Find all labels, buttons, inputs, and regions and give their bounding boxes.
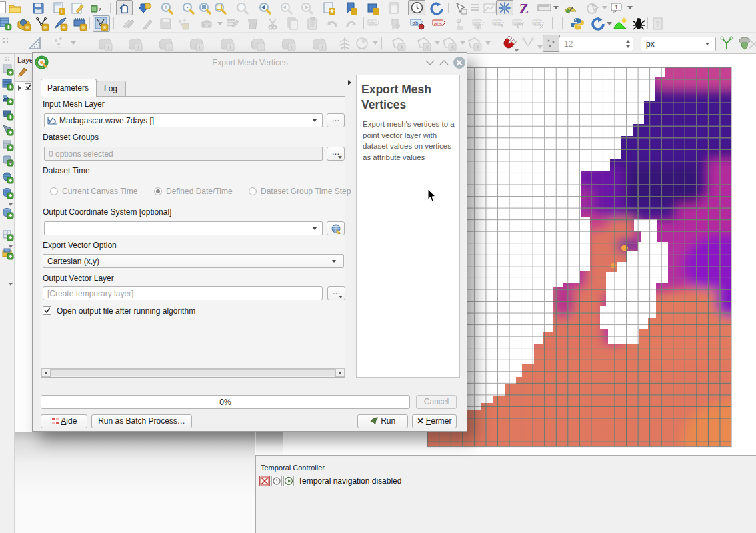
svg-text:✳: ✳	[103, 25, 107, 31]
svg-text:1: 1	[615, 4, 618, 11]
svg-text:✳: ✳	[43, 25, 48, 31]
svg-text:a: a	[99, 6, 101, 13]
svg-text:✳: ✳	[425, 44, 430, 51]
svg-text:+: +	[229, 44, 232, 51]
svg-text:✳: ✳	[62, 25, 67, 31]
svg-text:-: -	[187, 4, 189, 11]
svg-text:abc: abc	[493, 21, 501, 25]
svg-text:+: +	[198, 44, 201, 51]
svg-text:abc: abc	[473, 21, 481, 25]
svg-text:+: +	[60, 8, 63, 15]
svg-text:+: +	[290, 44, 293, 51]
svg-text:ab: ab	[413, 20, 419, 26]
svg-text:+: +	[321, 44, 324, 51]
svg-text:+: +	[164, 4, 167, 11]
svg-text:✳: ✳	[399, 44, 405, 51]
svg-text:✳: ✳	[25, 25, 30, 31]
svg-text:✳: ✳	[81, 25, 86, 31]
svg-text:+: +	[137, 44, 140, 51]
svg-text:★: ★	[329, 7, 335, 15]
svg-text:abs: abs	[434, 21, 442, 27]
svg-text:✳: ✳	[450, 44, 455, 51]
svg-text:+: +	[259, 44, 263, 51]
svg-text:abc: abc	[533, 21, 541, 25]
svg-text:+: +	[107, 44, 110, 51]
svg-text:+: +	[167, 44, 171, 51]
svg-text:✳: ✳	[475, 44, 481, 51]
svg-text:abc: abc	[369, 21, 377, 25]
svg-text:?: ?	[655, 20, 659, 28]
